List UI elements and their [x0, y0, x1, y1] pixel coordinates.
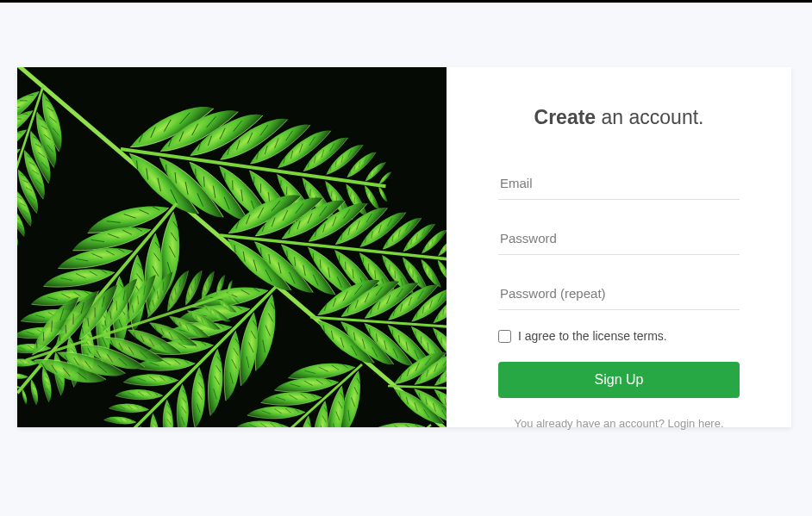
signup-form: Create an account. I agree to the licens…	[447, 67, 791, 427]
title-rest: an account.	[596, 106, 703, 128]
top-bar	[0, 0, 812, 3]
login-link[interactable]: You already have an account? Login here.	[498, 417, 740, 430]
page-title: Create an account.	[498, 106, 740, 129]
fern-illustration	[17, 67, 447, 427]
password-field[interactable]	[498, 224, 740, 255]
terms-checkbox[interactable]	[498, 330, 511, 343]
password-repeat-field[interactable]	[498, 279, 740, 310]
hero-image	[17, 67, 447, 427]
terms-row: I agree to the license terms.	[498, 329, 740, 343]
email-field[interactable]	[498, 169, 740, 200]
terms-label[interactable]: I agree to the license terms.	[518, 329, 667, 343]
signup-button[interactable]: Sign Up	[498, 362, 740, 398]
signup-card: Create an account. I agree to the licens…	[17, 67, 791, 427]
title-bold: Create	[534, 106, 597, 128]
